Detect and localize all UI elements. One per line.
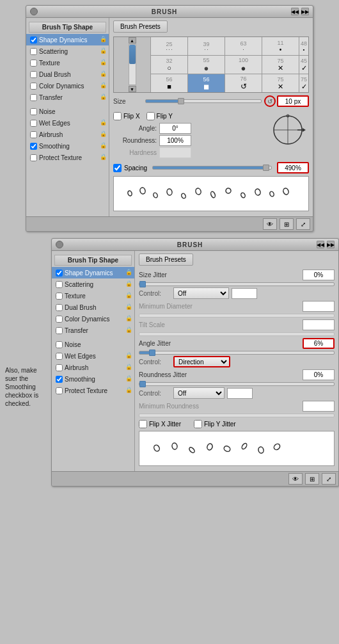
brush-cell-25[interactable]: 25 · · · <box>151 37 187 55</box>
brush-cell-75y[interactable]: 75 ✕ <box>262 74 299 92</box>
flip-x-jitter-checkbox[interactable] <box>139 420 147 428</box>
roundness-jitter-slider[interactable] <box>139 382 335 386</box>
brush-cell-75v[interactable]: 75 ✓ <box>299 74 308 92</box>
spacing-slider-handle[interactable] <box>263 165 269 171</box>
control1-extra-input[interactable] <box>232 288 257 299</box>
sidebar-item-color-dynamics[interactable]: Color Dynamics 🔒 <box>26 80 109 92</box>
brush-cell-56-selected[interactable]: 56 ◼ <box>188 74 225 92</box>
p2-airbrush-checkbox[interactable] <box>56 364 63 371</box>
p2-brush-presets-button[interactable]: Brush Presets <box>139 254 193 266</box>
scattering-checkbox[interactable] <box>30 48 37 55</box>
p2-sidebar-item-noise[interactable]: Noise <box>52 339 134 350</box>
angle-input[interactable] <box>159 123 191 134</box>
p2-dual-brush-checkbox[interactable] <box>56 304 63 311</box>
color-dynamics-checkbox[interactable] <box>30 83 37 90</box>
roundness-jitter-input[interactable] <box>303 369 335 380</box>
sidebar-item-scattering[interactable]: Scattering 🔒 <box>26 45 109 57</box>
flip-y-checkbox[interactable] <box>146 112 155 120</box>
p2-color-dynamics-checkbox[interactable] <box>56 316 63 323</box>
brush-cell-55[interactable]: 55 ● <box>188 56 225 74</box>
transfer-checkbox[interactable] <box>30 94 37 101</box>
p2-grid-button[interactable]: ⊞ <box>305 473 319 485</box>
p2-wet-edges-checkbox[interactable] <box>56 353 63 360</box>
p2-transfer-checkbox[interactable] <box>56 327 63 334</box>
roundness-input[interactable] <box>159 135 191 146</box>
sidebar-item-wet-edges[interactable]: Wet Edges 🔒 <box>26 117 109 129</box>
collapse-button[interactable]: ◀◀ <box>291 8 299 15</box>
angle-jitter-handle[interactable] <box>149 350 155 356</box>
airbrush-checkbox[interactable] <box>30 131 37 138</box>
collapse-button-2[interactable]: ◀◀ <box>317 241 324 248</box>
flip-y-jitter-checkbox[interactable] <box>194 420 202 428</box>
sidebar-item-shape-dynamics[interactable]: Shape Dynamics 🔒 <box>26 34 109 45</box>
scroll-up-arrow[interactable]: ▲ <box>129 37 136 44</box>
sidebar-item-noise[interactable]: Noise <box>26 106 109 117</box>
size-slider-handle[interactable] <box>178 98 184 104</box>
brush-tip-shape-header[interactable]: Brush Tip Shape <box>29 22 106 33</box>
brush-cell-63[interactable]: 63 · <box>225 37 262 55</box>
p2-sidebar-item-scattering[interactable]: Scattering 🔒 <box>52 278 134 290</box>
expand-button2[interactable]: ⤢ <box>296 218 310 230</box>
expand-button[interactable]: ▶▶ <box>301 8 309 15</box>
min-diameter-input[interactable] <box>303 301 335 312</box>
sidebar-item-airbrush[interactable]: Airbrush 🔒 <box>26 129 109 140</box>
size-reset-button[interactable]: ↺ <box>264 95 276 107</box>
size-jitter-handle[interactable] <box>139 281 146 287</box>
spacing-slider[interactable] <box>152 166 272 170</box>
control3-extra-input[interactable] <box>227 388 253 399</box>
p2-scattering-checkbox[interactable] <box>56 281 63 288</box>
sidebar-item-transfer[interactable]: Transfer 🔒 <box>26 92 109 103</box>
p2-noise-checkbox[interactable] <box>56 341 63 348</box>
tilt-scale-input[interactable] <box>303 319 335 330</box>
p2-sidebar-item-transfer[interactable]: Transfer 🔒 <box>52 325 134 336</box>
brush-cell-11[interactable]: 11 • <box>262 37 299 55</box>
flip-x-checkbox[interactable] <box>113 112 122 120</box>
p2-sidebar-item-color-dynamics[interactable]: Color Dynamics 🔒 <box>52 313 134 325</box>
panel2-brush-tip-header[interactable]: Brush Tip Shape <box>54 255 132 266</box>
p2-sidebar-item-protect-texture[interactable]: Protect Texture 🔒 <box>52 385 134 396</box>
p2-sidebar-item-texture[interactable]: Texture 🔒 <box>52 290 134 302</box>
p2-protect-texture-checkbox[interactable] <box>56 387 63 394</box>
smoothing-checkbox[interactable] <box>30 143 37 150</box>
size-input-field[interactable] <box>277 95 309 107</box>
shape-dynamics-checkbox[interactable] <box>30 36 37 44</box>
spacing-checkbox[interactable] <box>113 164 122 172</box>
sidebar-item-dual-brush[interactable]: Dual Brush 🔒 <box>26 68 109 80</box>
brush-cell-32[interactable]: 32 ○ <box>151 56 187 74</box>
p2-sidebar-item-smoothing[interactable]: Smoothing 🔒 <box>52 373 134 385</box>
scroll-down-arrow[interactable]: ▼ <box>129 86 136 92</box>
noise-checkbox[interactable] <box>30 108 37 115</box>
expand-button-3[interactable]: ▶▶ <box>327 241 335 248</box>
brush-presets-button[interactable]: Brush Presets <box>113 20 168 33</box>
wet-edges-checkbox[interactable] <box>30 120 37 127</box>
p2-sidebar-item-dual-brush[interactable]: Dual Brush 🔒 <box>52 302 134 313</box>
size-slider[interactable] <box>145 99 262 103</box>
control1-select[interactable]: Off Fade Pen Pressure Pen Tilt <box>173 287 229 299</box>
sidebar-item-protect-texture[interactable]: Protect Texture 🔒 <box>26 152 109 163</box>
grid-button[interactable]: ⊞ <box>280 218 294 230</box>
sidebar-item-texture[interactable]: Texture 🔒 <box>26 57 109 68</box>
angle-jitter-slider[interactable] <box>139 351 335 355</box>
roundness-jitter-handle[interactable] <box>139 381 146 387</box>
protect-texture-checkbox[interactable] <box>30 154 37 161</box>
brush-grid-scrollbar[interactable]: ▲ ▼ <box>114 37 150 92</box>
brush-cell-76[interactable]: 76 ↺ <box>225 74 262 92</box>
sidebar-item-smoothing[interactable]: Smoothing 🔒 <box>26 140 109 152</box>
control3-select[interactable]: Off Fade <box>173 387 225 399</box>
brush-cell-39[interactable]: 39 · · <box>188 37 225 55</box>
p2-sidebar-item-airbrush[interactable]: Airbrush 🔒 <box>52 362 134 373</box>
texture-checkbox[interactable] <box>30 60 37 67</box>
spacing-input-field[interactable] <box>277 162 309 173</box>
angle-jitter-input[interactable] <box>303 338 335 349</box>
brush-cell-45[interactable]: 45 ✓ <box>299 56 308 74</box>
p2-eye-button[interactable]: 👁 <box>288 473 303 485</box>
size-jitter-slider[interactable] <box>139 282 335 286</box>
p2-sidebar-item-wet-edges[interactable]: Wet Edges 🔒 <box>52 350 134 362</box>
p2-expand-button[interactable]: ⤢ <box>322 473 336 485</box>
p2-shape-dynamics-checkbox[interactable] <box>56 270 63 277</box>
control2-select[interactable]: Off Direction Fade Pen Pressure Pen Tilt <box>173 356 230 367</box>
scroll-thumb[interactable] <box>129 44 136 85</box>
dual-brush-checkbox[interactable] <box>30 71 37 78</box>
brush-cell-100[interactable]: 100 ● <box>225 56 262 74</box>
size-jitter-input[interactable] <box>303 270 335 280</box>
